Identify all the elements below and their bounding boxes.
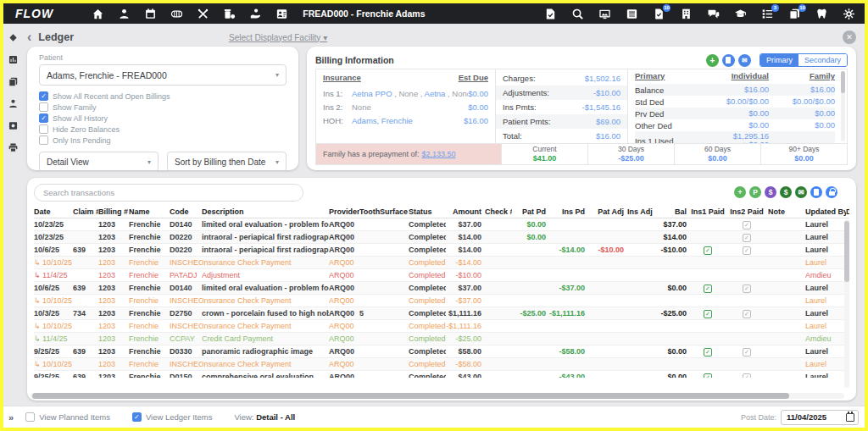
tooth-icon[interactable] [815, 7, 829, 21]
view-mode-select[interactable]: Detail View ▾ [39, 152, 159, 170]
column-header[interactable]: Provider [329, 207, 359, 216]
transaction-row[interactable]: ↳ 10/10/251203FrenchieINSCHECKInsurance … [34, 320, 849, 333]
transaction-row[interactable]: ↳ 11/4/251203FrenchieCCPAYCredit Card Pa… [34, 333, 849, 345]
doc-check-icon[interactable] [543, 7, 558, 21]
ins2-paid-checkbox[interactable]: ✓ [743, 221, 751, 229]
view-ledger-items-checkbox[interactable]: ✓ View Ledger Items [132, 412, 213, 422]
list-icon[interactable] [625, 7, 639, 21]
transaction-row[interactable]: 9/25/256391203FrenchieD0150comprehensive… [34, 371, 849, 378]
dental-chart-icon[interactable] [170, 7, 184, 21]
filter-checkbox[interactable]: ✓Show All History [39, 113, 287, 123]
column-header[interactable]: Ins Adj [627, 207, 654, 216]
tools-icon[interactable] [196, 7, 210, 21]
print-icon[interactable] [8, 142, 19, 153]
ins2-paid-checkbox[interactable]: ✓ [743, 246, 751, 255]
schedule-icon[interactable] [143, 7, 158, 21]
column-header[interactable]: Claim # [73, 207, 98, 216]
worklist-icon[interactable]: 3 [760, 7, 775, 21]
insurance-plan-link[interactable]: Aetna [425, 89, 446, 98]
column-header[interactable]: Code [170, 207, 202, 216]
back-chevron-icon[interactable]: ‹ [27, 30, 31, 45]
close-button[interactable]: ✕ [843, 30, 856, 44]
plan-scrollbar[interactable] [841, 71, 845, 141]
expand-sidebar-icon[interactable]: » [8, 412, 14, 423]
money-sheet-icon[interactable] [8, 120, 19, 131]
transaction-row[interactable]: ↳ 10/10/251203FrenchieINSCHECKInsurance … [34, 295, 849, 307]
column-header[interactable]: Note [768, 207, 805, 216]
ins2-paid-checkbox[interactable]: ✓ [743, 348, 751, 356]
tasks-icon[interactable]: 10 [652, 7, 666, 21]
media-icon[interactable] [598, 7, 612, 21]
person-icon[interactable] [8, 98, 19, 109]
column-header[interactable]: Pat Adj [588, 207, 627, 216]
transaction-row[interactable]: ↳ 10/10/251203FrenchieINSCHECKInsurance … [34, 257, 849, 269]
charge-button[interactable]: $ [780, 186, 792, 198]
report-box-icon[interactable] [8, 54, 19, 65]
table-vertical-scrollbar[interactable] [844, 219, 849, 388]
ins1-paid-checkbox[interactable]: ✓ [704, 348, 712, 356]
home-icon[interactable] [91, 7, 105, 21]
column-header[interactable]: Amount [446, 207, 485, 216]
toggle-secondary[interactable]: Secondary [798, 54, 847, 66]
transaction-row[interactable]: 9/25/256391203FrenchieD0330panoramic rad… [34, 345, 849, 358]
sort-select[interactable]: Sort by Billing then Date ▾ [167, 152, 287, 170]
ins2-paid-checkbox[interactable]: ✓ [743, 373, 751, 379]
view-planned-items-checkbox[interactable]: View Planned Items [25, 412, 110, 422]
search-input[interactable] [34, 184, 303, 202]
transaction-row[interactable]: 10/3/257341203FrenchieD2750crown - porce… [34, 307, 849, 320]
ins1-paid-checkbox[interactable]: ✓ [704, 285, 712, 293]
copy-icon[interactable] [8, 76, 19, 87]
transaction-row[interactable]: 10/6/256391203FrenchieD0140limited oral … [34, 282, 849, 295]
statement-button[interactable] [722, 54, 735, 67]
email-statement-button[interactable]: ✉ [795, 186, 807, 198]
education-icon[interactable] [733, 7, 748, 21]
column-header[interactable]: Billing # [98, 207, 129, 216]
filter-checkbox[interactable]: Only Ins Pending [39, 135, 287, 145]
settings-icon[interactable] [842, 7, 856, 21]
patients-icon[interactable] [117, 7, 131, 21]
document-button[interactable] [810, 186, 822, 198]
building-icon[interactable] [679, 7, 693, 21]
column-header[interactable]: Ins1 Paid [690, 207, 729, 216]
column-header[interactable]: Check # [485, 207, 512, 216]
ins1-paid-checkbox[interactable]: ✓ [704, 246, 712, 255]
prepayment-amount-link[interactable]: $2,133.50 [422, 150, 456, 158]
search-money-icon[interactable] [570, 7, 585, 21]
insurance-plan-link[interactable]: Adams, Frenchie [352, 116, 413, 125]
ins1-paid-checkbox[interactable]: ✓ [704, 310, 712, 318]
filter-checkbox[interactable]: Show Family [39, 102, 287, 112]
column-header[interactable]: Pat Pd [512, 207, 549, 216]
filter-checkbox[interactable]: ✓Show All Recent and Open Billings [39, 91, 287, 101]
add-payment-button[interactable]: + [706, 54, 719, 67]
calendar-icon[interactable] [846, 413, 854, 422]
ins2-paid-checkbox[interactable]: ✓ [743, 285, 751, 293]
column-header[interactable]: Ins Pd [549, 207, 588, 216]
patient-card-icon[interactable] [275, 7, 289, 21]
insurance-plan-link[interactable]: Aetna PPO [352, 89, 392, 98]
filter-checkbox[interactable]: Hide Zero Balances [39, 124, 287, 134]
ins2-paid-checkbox[interactable]: ✓ [743, 310, 751, 318]
select-facility-link[interactable]: Select Displayed Facility ▾ [229, 33, 327, 42]
column-header[interactable]: Date [34, 207, 73, 216]
patient-select[interactable]: Adams, Frenchie - FREAD000 ▾ [39, 64, 287, 86]
ins2-paid-checkbox[interactable]: ✓ [743, 234, 751, 242]
add-transaction-button[interactable]: + [734, 186, 746, 198]
payments-icon[interactable] [248, 7, 263, 21]
column-header[interactable]: Updated By [805, 207, 846, 216]
column-header[interactable]: Surface [380, 207, 409, 216]
transaction-row[interactable]: 10/23/251203FrenchieD0220intraoral - per… [34, 231, 849, 244]
pharmacy-icon[interactable] [222, 7, 236, 21]
column-header[interactable]: Di [846, 207, 849, 216]
chat-icon[interactable] [706, 7, 721, 21]
column-header[interactable]: Ins2 Paid [729, 207, 768, 216]
adjustment-button[interactable]: $ [765, 186, 776, 198]
lock-billing-button[interactable] [826, 186, 837, 198]
transaction-row[interactable]: 10/23/251203FrenchieD0140limited oral ev… [34, 218, 849, 231]
payment-plan-button[interactable]: P [749, 186, 761, 198]
message-button[interactable]: ✉ [738, 54, 751, 67]
column-header[interactable]: Bal [654, 207, 690, 216]
column-header[interactable]: Description [202, 207, 329, 216]
nav-diamond-icon[interactable] [8, 32, 19, 43]
column-header[interactable]: Name [129, 207, 170, 216]
transaction-row[interactable]: ↳ 11/4/251203FrenchiePATADJAdjustmentARQ… [34, 269, 849, 282]
